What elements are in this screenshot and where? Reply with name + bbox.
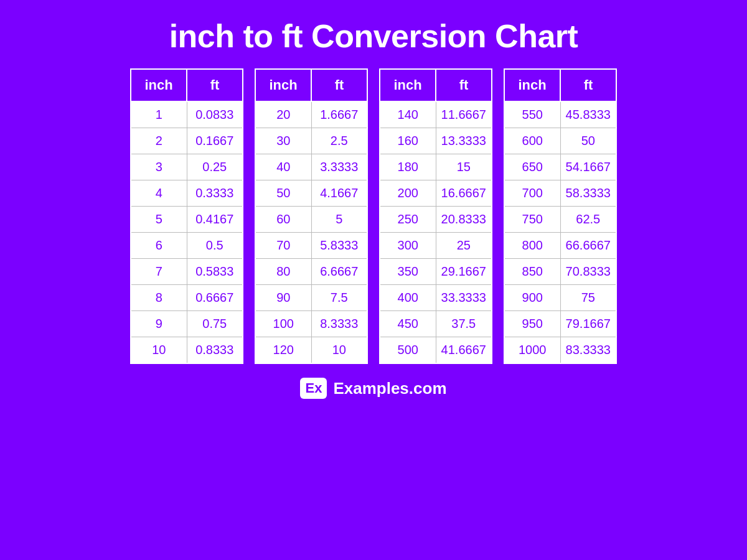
- table-row: 100.8333: [131, 337, 243, 364]
- footer-site: Examples.com: [333, 379, 446, 398]
- table-cell: 10: [311, 337, 367, 364]
- table-cell: 2: [131, 128, 187, 154]
- table-cell: 80: [255, 259, 311, 285]
- conversion-table-1: inchft10.083320.166730.2540.333350.41676…: [130, 68, 243, 364]
- table-cell: 4.1667: [311, 180, 367, 207]
- table-row: 40033.3333: [380, 285, 492, 311]
- table-cell: 16.6667: [436, 180, 492, 207]
- table-cell: 0.6667: [187, 285, 243, 311]
- table-row: 45037.5: [380, 311, 492, 337]
- table-cell: 20: [255, 101, 311, 128]
- table-row: 80066.6667: [504, 233, 616, 259]
- table-cell: 1.6667: [311, 101, 367, 128]
- table-cell: 5: [311, 207, 367, 233]
- table-cell: 450: [380, 311, 436, 337]
- table-cell: 3: [131, 154, 187, 180]
- conversion-table-4: inchft55045.83336005065054.166770058.333…: [504, 68, 617, 364]
- table-cell: 70: [255, 233, 311, 259]
- table-cell: 0.3333: [187, 180, 243, 207]
- table-cell: 5.8333: [311, 233, 367, 259]
- table-cell: 90: [255, 285, 311, 311]
- table-row: 95079.1667: [504, 311, 616, 337]
- col-header-ft: ft: [560, 69, 616, 101]
- col-header-inch: inch: [504, 69, 560, 101]
- table-cell: 13.3333: [436, 128, 492, 154]
- table-row: 12010: [255, 337, 367, 364]
- col-header-inch: inch: [255, 69, 311, 101]
- table-cell: 0.25: [187, 154, 243, 180]
- table-cell: 400: [380, 285, 436, 311]
- table-cell: 0.5: [187, 233, 243, 259]
- table-cell: 0.4167: [187, 207, 243, 233]
- table-cell: 33.3333: [436, 285, 492, 311]
- table-cell: 1: [131, 101, 187, 128]
- table-cell: 6: [131, 233, 187, 259]
- table-cell: 160: [380, 128, 436, 154]
- col-header-inch: inch: [380, 69, 436, 101]
- table-cell: 0.8333: [187, 337, 243, 364]
- table-cell: 800: [504, 233, 560, 259]
- table-row: 705.8333: [255, 233, 367, 259]
- table-cell: 7.5: [311, 285, 367, 311]
- table-row: 40.3333: [131, 180, 243, 207]
- table-row: 60050: [504, 128, 616, 154]
- table-row: 50041.6667: [380, 337, 492, 364]
- col-header-ft: ft: [436, 69, 492, 101]
- footer-logo: Ex: [300, 378, 327, 399]
- table-cell: 79.1667: [560, 311, 616, 337]
- table-cell: 180: [380, 154, 436, 180]
- table-cell: 9: [131, 311, 187, 337]
- tables-container: inchft10.083320.166730.2540.333350.41676…: [118, 68, 629, 364]
- table-row: 504.1667: [255, 180, 367, 207]
- table-row: 605: [255, 207, 367, 233]
- conversion-table-2: inchft201.6667302.5403.3333504.166760570…: [255, 68, 368, 364]
- table-cell: 1000: [504, 337, 560, 364]
- table-cell: 0.75: [187, 311, 243, 337]
- table-cell: 58.3333: [560, 180, 616, 207]
- table-cell: 4: [131, 180, 187, 207]
- table-cell: 83.3333: [560, 337, 616, 364]
- table-cell: 0.5833: [187, 259, 243, 285]
- table-row: 806.6667: [255, 259, 367, 285]
- table-cell: 45.8333: [560, 101, 616, 128]
- table-row: 30025: [380, 233, 492, 259]
- table-cell: 500: [380, 337, 436, 364]
- table-row: 100083.3333: [504, 337, 616, 364]
- table-cell: 250: [380, 207, 436, 233]
- table-cell: 15: [436, 154, 492, 180]
- table-cell: 11.6667: [436, 101, 492, 128]
- table-row: 14011.6667: [380, 101, 492, 128]
- table-cell: 54.1667: [560, 154, 616, 180]
- table-cell: 41.6667: [436, 337, 492, 364]
- table-row: 403.3333: [255, 154, 367, 180]
- table-cell: 30: [255, 128, 311, 154]
- table-row: 20016.6667: [380, 180, 492, 207]
- table-row: 65054.1667: [504, 154, 616, 180]
- table-row: 16013.3333: [380, 128, 492, 154]
- table-row: 1008.3333: [255, 311, 367, 337]
- table-cell: 0.0833: [187, 101, 243, 128]
- table-cell: 25: [436, 233, 492, 259]
- table-row: 201.6667: [255, 101, 367, 128]
- table-cell: 350: [380, 259, 436, 285]
- table-cell: 37.5: [436, 311, 492, 337]
- table-cell: 66.6667: [560, 233, 616, 259]
- table-row: 60.5: [131, 233, 243, 259]
- page-title: inch to ft Conversion Chart: [169, 17, 578, 55]
- table-cell: 300: [380, 233, 436, 259]
- conversion-table-3: inchft14011.666716013.33331801520016.666…: [379, 68, 492, 364]
- table-cell: 5: [131, 207, 187, 233]
- table-row: 90.75: [131, 311, 243, 337]
- table-row: 70058.3333: [504, 180, 616, 207]
- table-row: 80.6667: [131, 285, 243, 311]
- table-cell: 6.6667: [311, 259, 367, 285]
- col-header-ft: ft: [187, 69, 243, 101]
- table-cell: 29.1667: [436, 259, 492, 285]
- table-cell: 60: [255, 207, 311, 233]
- table-cell: 100: [255, 311, 311, 337]
- table-cell: 850: [504, 259, 560, 285]
- col-header-ft: ft: [311, 69, 367, 101]
- footer: Ex Examples.com: [300, 378, 446, 399]
- table-cell: 600: [504, 128, 560, 154]
- table-row: 25020.8333: [380, 207, 492, 233]
